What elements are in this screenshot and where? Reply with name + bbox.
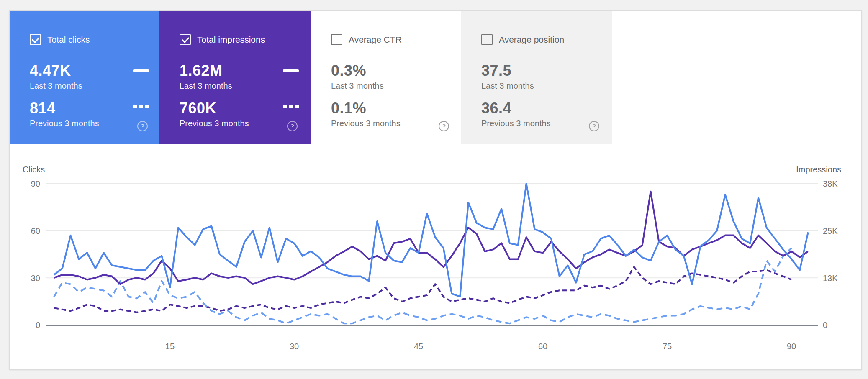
total-impressions-checkbox-row: Total impressions: [180, 34, 265, 45]
card-total-clicks[interactable]: Total clicks 4.47K Last 3 months 814 Pre…: [10, 11, 159, 144]
total-clicks-last-period: Last 3 months: [30, 81, 82, 91]
series-solid-clicks: [54, 184, 808, 297]
dashed-line-legend-icon: [283, 105, 299, 108]
x-axis-tick: 15: [157, 341, 182, 352]
average-position-checkbox[interactable]: [481, 34, 493, 45]
x-axis-tick: 75: [655, 341, 680, 352]
average-position-prev-period: Previous 3 months: [481, 119, 551, 128]
card-total-impressions[interactable]: Total impressions 1.62M Last 3 months 76…: [159, 11, 311, 144]
average-position-label: Average position: [499, 34, 564, 45]
help-icon[interactable]: ?: [137, 121, 148, 131]
total-clicks-checkbox[interactable]: [30, 34, 41, 45]
average-ctr-last-value: 0.3%: [331, 62, 366, 79]
average-position-last-value: 37.5: [481, 62, 511, 79]
total-impressions-label: Total impressions: [197, 34, 265, 45]
average-position-last-period: Last 3 months: [481, 81, 534, 91]
average-ctr-prev-value: 0.1%: [331, 100, 366, 117]
x-axis-tick: 45: [406, 341, 431, 352]
average-ctr-last-period: Last 3 months: [331, 81, 384, 91]
average-ctr-label: Average CTR: [349, 34, 402, 45]
total-clicks-prev-period: Previous 3 months: [30, 119, 99, 128]
total-clicks-last-value: 4.47K: [30, 62, 71, 79]
card-average-position[interactable]: Average position 37.5 Last 3 months 36.4…: [461, 11, 612, 144]
average-ctr-prev-period: Previous 3 months: [331, 119, 401, 128]
total-impressions-prev-period: Previous 3 months: [180, 119, 249, 128]
total-clicks-label: Total clicks: [47, 34, 90, 45]
right-axis-tick: 13K: [823, 272, 856, 284]
help-icon[interactable]: ?: [439, 121, 449, 131]
metric-cards-row: Total clicks 4.47K Last 3 months 814 Pre…: [10, 11, 861, 144]
right-axis-tick: 25K: [823, 225, 856, 237]
performance-panel: Total clicks 4.47K Last 3 months 814 Pre…: [9, 10, 862, 370]
average-ctr-checkbox[interactable]: [331, 34, 342, 45]
total-clicks-checkbox-row: Total clicks: [30, 34, 90, 45]
total-impressions-checkbox[interactable]: [180, 34, 191, 45]
performance-line-chart-plot[interactable]: [34, 176, 825, 331]
series-dashed-impressions: [54, 267, 791, 312]
average-position-prev-value: 36.4: [481, 100, 511, 117]
left-axis-title: Clicks: [23, 165, 45, 174]
dashed-line-legend-icon: [133, 105, 149, 108]
solid-line-legend-icon: [133, 69, 149, 72]
average-ctr-checkbox-row: Average CTR: [331, 34, 402, 45]
x-axis-tick: 60: [530, 341, 555, 352]
help-icon[interactable]: ?: [287, 121, 298, 131]
total-impressions-last-period: Last 3 months: [180, 81, 232, 91]
total-impressions-prev-value: 760K: [180, 100, 216, 117]
search-performance-page: Total clicks 4.47K Last 3 months 814 Pre…: [0, 0, 868, 379]
series-dashed-clicks: [54, 248, 791, 323]
average-position-checkbox-row: Average position: [481, 34, 564, 45]
x-axis-tick: 30: [282, 341, 307, 352]
total-clicks-prev-value: 814: [30, 100, 56, 117]
card-average-ctr[interactable]: Average CTR 0.3% Last 3 months 0.1% Prev…: [311, 11, 461, 144]
right-axis-title: Impressions: [796, 165, 841, 174]
total-impressions-last-value: 1.62M: [180, 62, 223, 79]
x-axis-tick: 90: [779, 341, 804, 352]
help-icon[interactable]: ?: [589, 121, 599, 131]
solid-line-legend-icon: [283, 69, 299, 72]
right-axis-tick: 38K: [823, 178, 856, 190]
right-axis-tick: 0: [823, 319, 856, 331]
